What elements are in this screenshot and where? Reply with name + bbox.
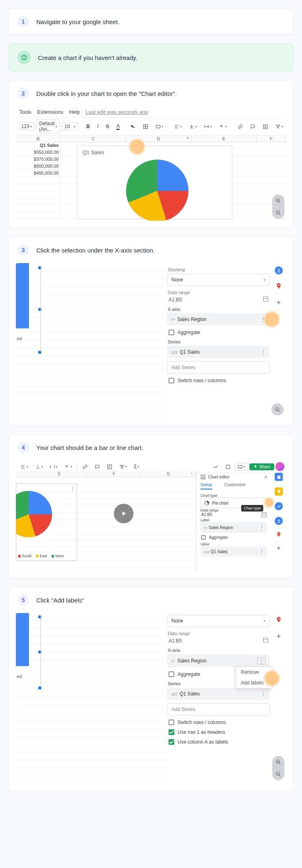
xaxis-field[interactable]: TтSales Region ⋮ xyxy=(167,654,270,667)
last-edit-link[interactable]: Last edit was seconds ago xyxy=(86,109,148,115)
v-align-button[interactable]: ▾ xyxy=(186,123,200,131)
h-align-button[interactable]: ▾ xyxy=(18,463,31,471)
add-icon[interactable]: + xyxy=(277,545,280,552)
sheet-area: est xyxy=(16,263,165,418)
add-icon[interactable]: + xyxy=(277,632,281,641)
close-icon[interactable]: ✕ xyxy=(264,475,267,479)
borders-button[interactable] xyxy=(140,123,151,131)
share-button[interactable]: Share xyxy=(249,463,274,470)
col-header-c[interactable]: C xyxy=(61,135,126,142)
text-color-button[interactable]: A xyxy=(113,122,122,131)
filter-button[interactable]: ▾ xyxy=(116,463,130,471)
zoom-out-button[interactable] xyxy=(272,207,284,219)
series-field[interactable]: 123Q1 Sales ⋮ xyxy=(167,688,270,700)
wrap-button[interactable]: ▾ xyxy=(201,123,215,131)
use-colA-checkbox[interactable]: Use column A as labels xyxy=(169,739,268,745)
chart-title: Q1 Sales xyxy=(78,146,232,159)
chart-button[interactable] xyxy=(104,463,115,471)
tab-setup[interactable]: Setup xyxy=(200,482,212,489)
col-header-e[interactable]: E xyxy=(191,135,257,142)
play-button[interactable] xyxy=(114,504,133,523)
aggregate-checkbox[interactable]: Aggregate xyxy=(169,330,268,335)
link-button[interactable] xyxy=(80,463,91,471)
comment-button[interactable] xyxy=(92,463,103,471)
data-cell[interactable]: $550,000.00 xyxy=(16,149,61,156)
use-row1-checkbox[interactable]: Use row 1 as headers xyxy=(169,729,268,735)
series-menu-button[interactable]: ⋮ xyxy=(260,349,266,355)
chart-menu-button[interactable]: ⋮ xyxy=(70,485,75,492)
tab-customize[interactable]: Customize xyxy=(224,482,246,489)
user-icon[interactable] xyxy=(275,266,283,275)
filter-button[interactable]: ▾ xyxy=(273,123,286,131)
comment-button[interactable] xyxy=(247,123,258,131)
wrap-button[interactable]: ▾ xyxy=(47,463,60,471)
font-select[interactable]: Default (Ari...▾ xyxy=(36,120,60,133)
data-header[interactable]: Q1 Sales xyxy=(16,142,61,149)
history-icon[interactable] xyxy=(222,463,233,471)
add-series-button[interactable]: Add Series xyxy=(167,703,270,715)
label-field[interactable]: TтSales Region ⋮ xyxy=(200,522,267,533)
col-header-g[interactable]: G xyxy=(141,471,196,476)
switch-rows-checkbox[interactable]: Switch rows / columns xyxy=(169,720,268,725)
add-icon[interactable]: + xyxy=(277,299,281,307)
value-menu-button[interactable]: ⋮ xyxy=(259,548,264,555)
zoom-out-button[interactable] xyxy=(272,768,284,780)
stacking-select[interactable]: None▾ xyxy=(167,615,270,627)
explore-icon[interactable] xyxy=(210,463,221,471)
col-header-b[interactable]: B xyxy=(16,135,61,142)
stacking-select[interactable]: None▾ xyxy=(167,274,270,286)
data-cell[interactable]: $600,000.00 xyxy=(16,163,61,170)
functions-button[interactable]: Σ▾ xyxy=(131,463,142,471)
switch-rows-checkbox[interactable]: Switch rows / columns xyxy=(169,378,268,383)
value-field[interactable]: 123Q1 Sales ⋮ xyxy=(200,546,267,557)
aggregate-checkbox[interactable]: Aggregate xyxy=(201,535,266,540)
avatar[interactable] xyxy=(275,462,284,471)
chart-editor-panel: Stacking None▾ Data range A1:B5 X-axis T… xyxy=(165,263,271,418)
v-align-button[interactable]: ▾ xyxy=(32,463,46,471)
data-cell[interactable]: $495,000.00 xyxy=(16,170,61,177)
rotate-button[interactable]: ▾ xyxy=(216,123,230,131)
strike-button[interactable]: S xyxy=(103,122,112,131)
tasks-icon[interactable] xyxy=(275,502,283,510)
zoom-in-button[interactable] xyxy=(272,195,284,207)
menu-help[interactable]: Help xyxy=(69,109,80,115)
menu-tools[interactable]: Tools xyxy=(19,109,31,115)
col-header-f[interactable]: F xyxy=(257,135,286,142)
zoom-in-button[interactable] xyxy=(272,756,284,768)
bold-button[interactable]: B xyxy=(83,122,93,131)
zoom-out-button[interactable] xyxy=(271,403,284,416)
calendar-icon[interactable] xyxy=(275,473,283,481)
merge-button[interactable]: ▾ xyxy=(153,123,166,131)
rotate-button[interactable]: ▾ xyxy=(62,463,75,471)
datarange-grid-icon[interactable] xyxy=(263,297,268,303)
info-card: Create a chart if you haven't already. xyxy=(8,43,294,72)
collapse-icon[interactable]: ⌃ xyxy=(190,472,193,477)
maps-icon[interactable] xyxy=(275,616,282,624)
italic-button[interactable]: I xyxy=(94,122,101,131)
step-title: Click the selection under the X-axis sec… xyxy=(36,247,155,254)
datarange-grid-icon[interactable] xyxy=(263,638,268,644)
h-align-button[interactable]: ▾ xyxy=(171,123,184,131)
series-field[interactable]: 123Q1 Sales ⋮ xyxy=(167,346,270,358)
add-series-button[interactable]: Add Series xyxy=(167,361,270,374)
maps-icon[interactable] xyxy=(276,531,282,538)
fill-color-button[interactable] xyxy=(127,123,138,131)
series-menu-button[interactable]: ⋮ xyxy=(260,691,266,697)
contacts-icon[interactable] xyxy=(275,517,283,525)
font-size[interactable]: 10 ▾ xyxy=(62,122,78,131)
present-button[interactable]: ▾ xyxy=(235,463,248,471)
col-header-e[interactable]: E xyxy=(32,471,87,476)
keep-icon[interactable] xyxy=(275,487,283,496)
embedded-chart[interactable]: Q1 Sales xyxy=(77,146,232,219)
xaxis-menu-button[interactable]: ⋮ xyxy=(257,657,266,664)
label-menu-button[interactable]: ⋮ xyxy=(259,524,264,531)
datarange-grid-icon[interactable] xyxy=(262,512,266,518)
menu-extensions[interactable]: Extensions xyxy=(37,109,63,115)
maps-icon[interactable] xyxy=(275,283,282,290)
number-format-button[interactable]: 123▾ xyxy=(18,122,35,131)
chart-button[interactable] xyxy=(260,123,271,131)
link-button[interactable] xyxy=(235,123,246,131)
xaxis-field[interactable]: TтSales Region ⋮ xyxy=(167,313,270,326)
col-header-f[interactable]: F xyxy=(87,471,142,476)
data-cell[interactable]: $375,000.00 xyxy=(16,156,61,163)
